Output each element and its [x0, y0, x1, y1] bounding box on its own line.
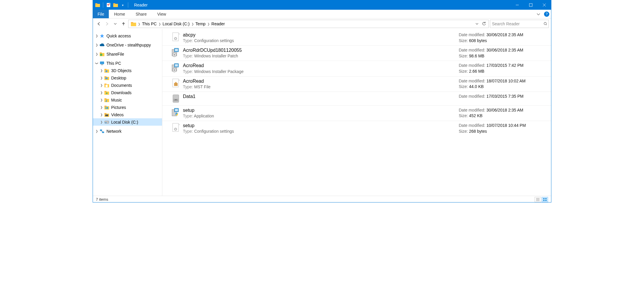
chevron-right-icon[interactable]: ❯	[207, 22, 210, 26]
svg-rect-1	[95, 3, 97, 4]
chevron-right-icon[interactable]: ❯	[99, 91, 104, 94]
file-row[interactable]: AcroRdrDCUpd1801120055Type: Windows Inst…	[162, 46, 551, 61]
chevron-down-icon[interactable]: ❯	[95, 61, 99, 65]
svg-rect-39	[105, 114, 108, 116]
nav-item-local-disk-c-[interactable]: ❯Local Disk (C:)	[93, 118, 162, 126]
chevron-right-icon[interactable]: ❯	[99, 120, 104, 124]
chevron-right-icon[interactable]: ❯	[99, 69, 104, 72]
forward-button[interactable]	[104, 20, 111, 27]
address-bar[interactable]: ❯ This PC ❯ Local Disk (C:) ❯ Temp ❯ Rea…	[128, 20, 489, 28]
breadcrumb-reader[interactable]: Reader	[210, 21, 226, 26]
details-view-button[interactable]	[535, 197, 541, 202]
svg-point-36	[106, 107, 107, 108]
chevron-right-icon[interactable]: ❯	[95, 129, 99, 133]
svg-rect-4	[113, 3, 115, 4]
nav-item-label: Documents	[111, 83, 132, 88]
svg-line-12	[546, 24, 547, 26]
file-row[interactable]: AcroReadType: MST FileDate modified: 18/…	[162, 77, 551, 92]
chevron-right-icon[interactable]: ❯	[95, 52, 99, 56]
folder-icon	[104, 68, 109, 73]
address-dropdown-button[interactable]	[474, 21, 480, 27]
file-tab[interactable]: File	[93, 10, 109, 18]
large-icons-view-button[interactable]	[542, 197, 548, 202]
title-bar: ▾ Reader	[93, 0, 551, 10]
search-input[interactable]	[492, 21, 543, 26]
nav-item-music[interactable]: ❯Music	[93, 96, 162, 104]
breadcrumb-this-pc[interactable]: This PC	[141, 21, 158, 26]
search-box[interactable]	[490, 20, 549, 28]
svg-rect-60	[174, 83, 178, 86]
chevron-right-icon[interactable]: ❯	[99, 98, 104, 102]
home-tab[interactable]: Home	[109, 10, 130, 18]
svg-rect-6	[529, 4, 532, 6]
file-row[interactable]: Data1Date modified: 17/03/2015 7:35 PM	[162, 92, 551, 106]
file-icon	[171, 78, 181, 88]
svg-rect-38	[104, 113, 106, 114]
chevron-right-icon[interactable]: ❯	[138, 22, 140, 26]
status-bar: 7 items	[93, 196, 551, 202]
share-tab[interactable]: Share	[130, 10, 152, 18]
file-row[interactable]: abcpyType: Configuration settingsDate mo…	[162, 30, 551, 46]
chevron-right-icon[interactable]: ❯	[159, 22, 161, 26]
back-button[interactable]	[95, 20, 102, 27]
file-name: AcroRdrDCUpd1801120055	[183, 47, 459, 53]
nav-network[interactable]: ❯ Network	[93, 127, 162, 135]
recent-locations-button[interactable]	[112, 20, 119, 27]
svg-rect-61	[173, 95, 179, 102]
file-list: abcpyType: Configuration settingsDate mo…	[162, 29, 551, 196]
nav-item-documents[interactable]: ❯Documents	[93, 82, 162, 89]
chevron-right-icon[interactable]: ❯	[95, 43, 99, 46]
file-icon	[171, 32, 181, 42]
nav-item-downloads[interactable]: ❯Downloads	[93, 89, 162, 96]
nav-item-videos[interactable]: ❯Videos	[93, 111, 162, 118]
folder-icon	[104, 97, 109, 103]
file-name: abcpy	[183, 32, 459, 38]
properties-icon[interactable]	[106, 2, 111, 8]
file-row[interactable]: setupType: Configuration settingsDate mo…	[162, 121, 551, 136]
minimize-button[interactable]	[510, 0, 524, 10]
search-icon	[543, 22, 547, 26]
refresh-button[interactable]	[481, 21, 487, 27]
network-icon	[99, 129, 105, 134]
nav-quick-access[interactable]: ❯ Quick access	[93, 32, 162, 39]
file-date: Date modified: 17/03/2015 7:42 PM	[459, 63, 547, 69]
nav-item-desktop[interactable]: ❯Desktop	[93, 74, 162, 82]
svg-rect-66	[175, 109, 178, 111]
folder-icon	[104, 119, 109, 125]
folder-icon	[131, 21, 136, 26]
file-row[interactable]: AcroReadType: Windows Installer PackageD…	[162, 61, 551, 76]
chevron-right-icon[interactable]: ❯	[95, 34, 99, 37]
svg-rect-43	[100, 129, 102, 131]
chevron-right-icon[interactable]: ❯	[191, 22, 194, 26]
quick-launch: ▾	[93, 2, 131, 8]
file-row[interactable]: setupType: ApplicationDate modified: 30/…	[162, 106, 551, 121]
nav-item-label: 3D Objects	[111, 68, 131, 73]
chevron-right-icon[interactable]: ❯	[99, 113, 104, 116]
breadcrumb-temp[interactable]: Temp	[194, 21, 207, 26]
ribbon-expand-icon[interactable]	[535, 11, 542, 17]
nav-item-3d-objects[interactable]: ❯3D Objects	[93, 67, 162, 74]
svg-rect-23	[105, 77, 108, 79]
view-tab[interactable]: View	[152, 10, 171, 18]
breadcrumb-local-disk[interactable]: Local Disk (C:)	[161, 21, 191, 26]
nav-item-pictures[interactable]: ❯Pictures	[93, 104, 162, 111]
chevron-right-icon[interactable]: ❯	[99, 106, 104, 109]
maximize-button[interactable]	[524, 0, 538, 10]
dropdown-icon[interactable]: ▾	[120, 2, 126, 8]
ribbon: File Home Share View ?	[93, 10, 551, 19]
nav-item-label: Downloads	[111, 90, 131, 95]
nav-this-pc[interactable]: ❯ This PC	[93, 59, 162, 67]
close-button[interactable]	[538, 0, 551, 10]
file-name: setup	[183, 107, 459, 113]
svg-point-69	[175, 129, 176, 130]
file-size: Size: 98.6 MB	[459, 53, 547, 59]
nav-sharefile[interactable]: ❯ ShareFile	[93, 50, 162, 58]
nav-onedrive[interactable]: ❯ OneDrive - stealthpuppy	[93, 41, 162, 49]
help-button[interactable]: ?	[544, 11, 549, 17]
file-date: Date modified: 30/06/2018 2:35 AM	[459, 32, 547, 38]
chevron-right-icon[interactable]: ❯	[99, 76, 104, 79]
folder-icon	[104, 112, 109, 117]
up-button[interactable]	[120, 20, 127, 27]
file-type: Type: MST File	[183, 84, 459, 89]
chevron-right-icon[interactable]: ❯	[99, 84, 104, 87]
